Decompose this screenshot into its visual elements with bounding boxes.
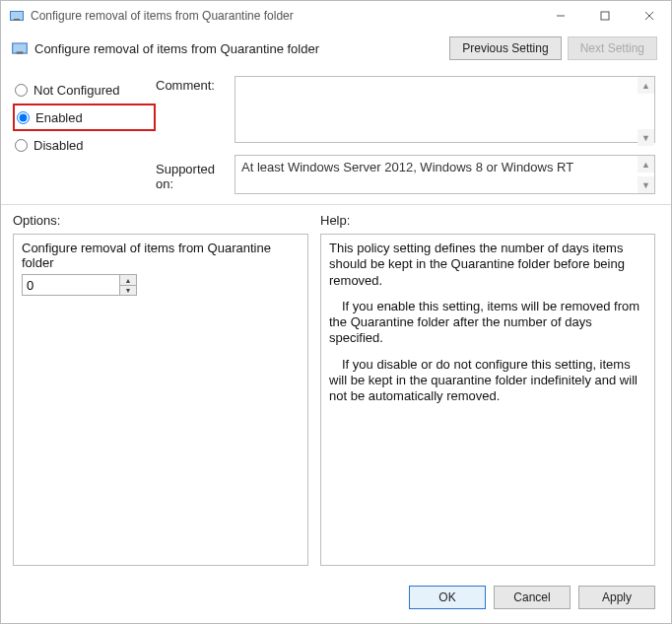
supported-on-field: At least Windows Server 2012, Windows 8 … — [235, 155, 655, 194]
comment-textarea[interactable] — [235, 76, 655, 143]
comment-label: Comment: — [156, 78, 235, 93]
titlebar: Configure removal of items from Quaranti… — [1, 1, 671, 31]
radio-not-configured[interactable]: Not Configured — [13, 76, 156, 104]
policy-icon — [11, 39, 29, 57]
spinner-down-button[interactable]: ▼ — [120, 285, 136, 295]
svg-rect-9 — [17, 51, 24, 53]
svg-rect-2 — [14, 19, 20, 21]
cancel-button[interactable]: Cancel — [494, 586, 571, 609]
help-label: Help: — [320, 213, 655, 228]
body-section: Options: Configure removal of items from… — [1, 205, 671, 574]
help-paragraph: If you enable this setting, items will b… — [329, 299, 646, 347]
state-radio-group: Not Configured Enabled Disabled — [13, 72, 156, 194]
radio-enabled-input[interactable] — [17, 111, 30, 124]
scrollbar[interactable]: ▲ ▼ — [638, 156, 654, 193]
quarantine-days-spinner[interactable]: ▲ ▼ — [22, 274, 300, 296]
previous-setting-button[interactable]: Previous Setting — [449, 36, 561, 60]
configuration-section: Not Configured Enabled Disabled Comment:… — [1, 68, 671, 205]
chevron-up-icon[interactable]: ▲ — [638, 77, 654, 94]
quarantine-days-input[interactable] — [22, 274, 120, 296]
spinner-up-button[interactable]: ▲ — [120, 275, 136, 285]
chevron-up-icon[interactable]: ▲ — [638, 156, 654, 173]
radio-label: Not Configured — [34, 83, 119, 98]
options-panel: Configure removal of items from Quaranti… — [13, 234, 308, 566]
options-column: Options: Configure removal of items from… — [13, 213, 308, 566]
radio-not-configured-input[interactable] — [15, 84, 28, 97]
svg-rect-1 — [11, 12, 23, 20]
svg-rect-8 — [13, 44, 27, 53]
chevron-down-icon[interactable]: ▼ — [638, 129, 654, 146]
footer-buttons: OK Cancel Apply — [1, 574, 671, 623]
radio-disabled[interactable]: Disabled — [13, 131, 156, 159]
maximize-button[interactable] — [582, 1, 627, 31]
close-button[interactable] — [627, 1, 671, 31]
help-paragraph: This policy setting defines the number o… — [329, 241, 646, 289]
apply-button[interactable]: Apply — [578, 586, 655, 609]
supported-on-value: At least Windows Server 2012, Windows 8 … — [241, 160, 573, 174]
next-setting-button[interactable]: Next Setting — [568, 36, 657, 60]
radio-enabled[interactable]: Enabled — [13, 104, 156, 131]
help-paragraph: If you disable or do not configure this … — [329, 357, 646, 405]
chevron-down-icon[interactable]: ▼ — [638, 176, 654, 193]
scrollbar[interactable]: ▲ ▼ — [638, 77, 654, 146]
radio-disabled-input[interactable] — [15, 139, 28, 152]
option-item-label: Configure removal of items from Quaranti… — [22, 241, 300, 270]
svg-rect-4 — [601, 12, 609, 20]
minimize-button[interactable] — [538, 1, 582, 31]
header-row: Configure removal of items from Quaranti… — [1, 31, 671, 68]
supported-on-label: Supported on: — [156, 162, 235, 191]
radio-label: Disabled — [34, 138, 84, 153]
policy-dialog: Configure removal of items from Quaranti… — [0, 0, 672, 624]
window-controls — [538, 1, 671, 31]
help-column: Help: This policy setting defines the nu… — [320, 213, 655, 566]
ok-button[interactable]: OK — [409, 586, 486, 609]
help-panel: This policy setting defines the number o… — [320, 234, 655, 566]
window-title: Configure removal of items from Quaranti… — [31, 9, 538, 23]
header-title: Configure removal of items from Quaranti… — [34, 41, 449, 56]
radio-label: Enabled — [35, 110, 83, 125]
policy-icon — [9, 8, 25, 24]
options-label: Options: — [13, 213, 308, 228]
